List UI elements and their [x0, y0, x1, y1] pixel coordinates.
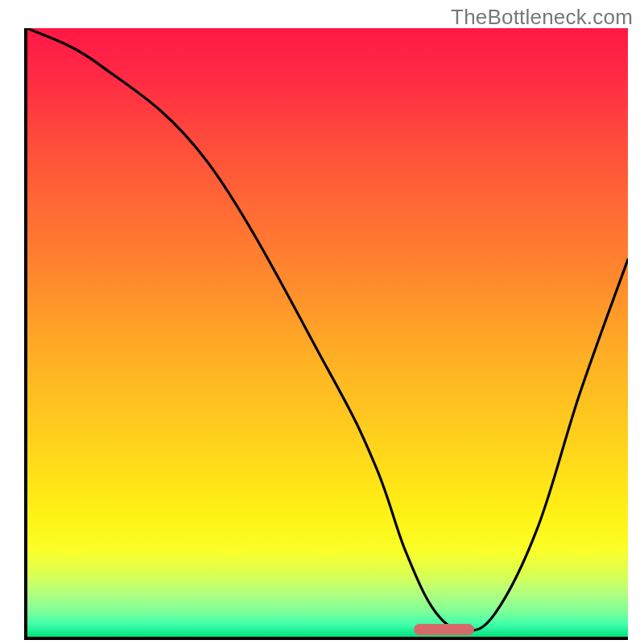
- chart-container: TheBottleneck.com: [0, 0, 644, 644]
- optimal-range-marker: [414, 624, 474, 635]
- watermark-text: TheBottleneck.com: [451, 5, 633, 30]
- plot-area: [24, 28, 628, 640]
- curve-svg: [27, 28, 628, 637]
- bottleneck-curve-path: [27, 28, 628, 630]
